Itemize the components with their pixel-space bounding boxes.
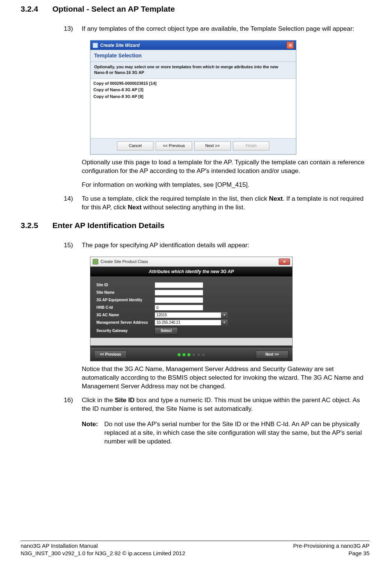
- chevron-down-icon: ▼: [221, 320, 227, 326]
- dialog-titlebar: Create Site Wizard ✕: [90, 41, 296, 50]
- template-list[interactable]: Copy of 000295-0000023815 [14] Copy of N…: [90, 79, 296, 138]
- dot-icon: [183, 353, 185, 356]
- app-icon: [93, 43, 98, 48]
- next-button[interactable]: Next >>: [256, 350, 288, 359]
- hnb-cid-input[interactable]: [155, 305, 203, 311]
- step-number: 16): [64, 396, 82, 413]
- close-icon[interactable]: ✕: [287, 42, 294, 49]
- section-number: 3.2.5: [21, 220, 38, 231]
- dialog-title: Create Site Wizard: [100, 42, 140, 48]
- paragraph: Notice that the 3G AC Name, Management S…: [82, 365, 369, 391]
- step-text: To use a template, click the required te…: [82, 195, 369, 212]
- section-title: Enter AP Identification Details: [53, 220, 165, 231]
- paragraph: Optionally use this page to load a templ…: [82, 158, 369, 176]
- spacer: [90, 338, 292, 346]
- chevron-down-icon: ▼: [221, 312, 227, 318]
- note-label: Note:: [82, 420, 104, 446]
- footer-page-number: Page 35: [293, 550, 369, 557]
- dot-icon: [188, 353, 190, 356]
- footer-doc-version: N3G_INST_300 v292_1.0 for N3G_2.92 © ip.…: [21, 550, 185, 557]
- field-label: 3G AC Name: [96, 313, 155, 318]
- step-number: 15): [64, 241, 82, 250]
- app-icon: [93, 259, 98, 264]
- dialog-title: Create Site Product Class: [101, 259, 148, 264]
- dialog-button-row: Cancel << Previous Next >> Finish: [90, 138, 296, 154]
- field-label: HNB C-Id: [96, 305, 155, 310]
- step-number: 14): [64, 195, 82, 212]
- security-gateway-select-button[interactable]: Select: [155, 327, 178, 335]
- list-item[interactable]: Copy of Nano-8 3G AP [8]: [93, 93, 293, 100]
- field-label: Site Name: [96, 290, 155, 295]
- footer-chapter: Pre-Provisioning a nano3G AP: [293, 542, 369, 550]
- field-label: 3G AP Equipment Identity: [96, 298, 155, 303]
- close-icon[interactable]: ✕: [279, 258, 290, 265]
- dot-icon: [202, 353, 205, 356]
- section-number: 3.2.4: [21, 4, 38, 14]
- finish-button: Finish: [233, 141, 269, 150]
- step-text: The page for specifying AP identificatio…: [82, 241, 369, 250]
- mgmt-server-select[interactable]: 10.255.240.21 ▼: [155, 320, 228, 326]
- list-item[interactable]: Copy of Nano-8 3G AP [3]: [93, 87, 293, 93]
- next-button[interactable]: Next >>: [194, 141, 231, 150]
- desc-line: Optionally, you may select one or more t…: [94, 64, 292, 70]
- dialog-description: Optionally, you may select one or more t…: [90, 62, 296, 79]
- previous-button[interactable]: << Previous: [94, 350, 127, 359]
- product-class-dialog: Create Site Product Class ✕ Attributes w…: [90, 257, 293, 361]
- cancel-button[interactable]: Cancel: [117, 141, 153, 150]
- field-label: Site ID: [96, 282, 155, 288]
- field-label: Security Gateway: [96, 328, 155, 334]
- ac-name-select[interactable]: 12015 ▼: [155, 312, 228, 318]
- equipment-identity-input[interactable]: [155, 297, 203, 303]
- section-title: Optional - Select an AP Template: [53, 4, 175, 14]
- dialog-subtitle: Template Selection: [90, 50, 296, 62]
- form-area: Site ID Site Name 3G AP Equipment Identi…: [90, 277, 292, 348]
- step-number: 13): [64, 25, 82, 33]
- field-label: Management Server Address: [96, 320, 155, 325]
- list-item[interactable]: Copy of 000295-0000023815 [14]: [93, 80, 293, 87]
- step-text: Click in the Site ID box and type a nume…: [82, 396, 369, 413]
- dialog-banner: Attributes which identify the new 3G AP: [90, 267, 292, 277]
- footer-doc-title: nano3G AP Installation Manual: [21, 542, 185, 550]
- step-text: If any templates of the correct object t…: [82, 25, 369, 33]
- desc-line: Nano-8 or Nano-16 3G AP: [94, 70, 292, 75]
- dot-icon: [197, 353, 200, 356]
- paragraph: For information on working with template…: [82, 181, 369, 189]
- site-name-input[interactable]: [155, 290, 203, 296]
- previous-button[interactable]: << Previous: [156, 141, 192, 150]
- dot-icon: [192, 353, 195, 356]
- section-3-2-4-heading: 3.2.4 Optional - Select an AP Template: [21, 4, 369, 14]
- dialog-titlebar: Create Site Product Class ✕: [90, 257, 292, 267]
- progress-dots: [178, 353, 205, 356]
- note-text: Do not use the AP's serial number for th…: [104, 420, 369, 446]
- dot-icon: [178, 353, 180, 356]
- section-3-2-5-heading: 3.2.5 Enter AP Identification Details: [21, 220, 369, 231]
- dialog-nav-row: << Previous Next >>: [90, 348, 292, 361]
- page-footer: nano3G AP Installation Manual N3G_INST_3…: [21, 541, 369, 557]
- site-id-input[interactable]: [155, 282, 203, 288]
- template-selection-dialog: Create Site Wizard ✕ Template Selection …: [90, 40, 296, 155]
